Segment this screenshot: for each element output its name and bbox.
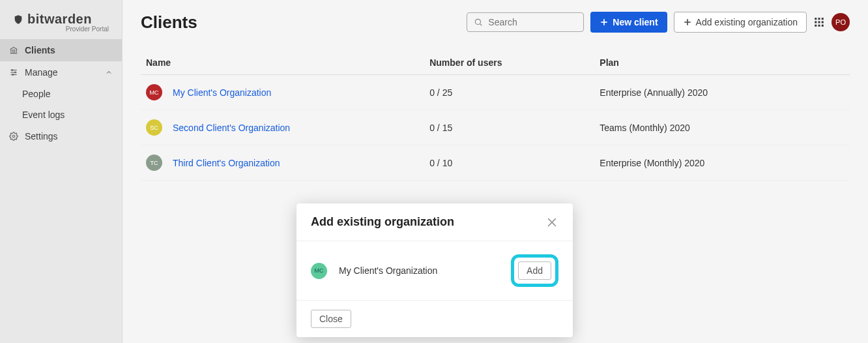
sidebar-item-label: Settings (25, 131, 58, 142)
add-existing-organization-button[interactable]: Add existing organization (674, 12, 807, 33)
sidebar-item-manage[interactable]: Manage (0, 61, 122, 83)
user-avatar[interactable]: PO (832, 13, 850, 31)
button-label: Add existing organization (696, 17, 798, 27)
table-row: SCSecond Client's Organization0 / 15Team… (141, 110, 850, 145)
sidebar-item-label: Event logs (22, 110, 65, 120)
search-input[interactable] (483, 17, 577, 27)
sidebar-item-people[interactable]: People (0, 83, 122, 104)
column-header-users: Number of users (424, 51, 594, 75)
organization-avatar: SC (146, 119, 162, 136)
organization-link[interactable]: Second Client's Organization (173, 123, 290, 133)
users-cell: 0 / 10 (424, 145, 594, 181)
plan-cell: Teams (Monthly) 2020 (594, 110, 850, 145)
sidebar: bitwarden Provider Portal Clients Manage… (0, 0, 123, 343)
apps-grid-icon[interactable] (813, 16, 825, 28)
svg-rect-14 (818, 18, 820, 20)
sidebar-item-label: People (22, 89, 51, 99)
highlight-ring: Add (511, 254, 558, 287)
sidebar-item-event-logs[interactable]: Event logs (0, 104, 122, 125)
svg-rect-13 (815, 18, 817, 20)
svg-point-5 (12, 74, 14, 76)
users-cell: 0 / 25 (424, 75, 594, 110)
brand-block: bitwarden Provider Portal (0, 0, 122, 39)
close-button[interactable]: Close (311, 310, 351, 328)
plus-icon (600, 18, 609, 27)
sliders-icon (9, 68, 18, 77)
svg-rect-17 (818, 22, 820, 23)
svg-point-3 (12, 70, 13, 71)
svg-rect-19 (815, 25, 817, 27)
new-client-button[interactable]: New client (590, 12, 667, 33)
shield-icon (13, 14, 23, 25)
svg-rect-15 (822, 18, 824, 20)
organization-avatar: TC (146, 155, 162, 171)
sidebar-item-label: Clients (25, 45, 55, 55)
users-cell: 0 / 15 (424, 110, 594, 145)
add-button[interactable]: Add (518, 261, 551, 280)
svg-rect-16 (815, 22, 817, 23)
svg-rect-18 (822, 22, 824, 23)
gear-icon (9, 132, 18, 141)
plan-cell: Enterprise (Annually) 2020 (594, 75, 850, 110)
chevron-up-icon (105, 68, 113, 76)
close-icon[interactable] (545, 216, 558, 229)
sidebar-item-settings[interactable]: Settings (0, 125, 122, 147)
plan-cell: Enterprise (Monthly) 2020 (594, 145, 850, 181)
organization-avatar: MC (146, 84, 162, 100)
column-header-name: Name (141, 51, 424, 75)
svg-rect-20 (818, 25, 820, 27)
table-row: MCMy Client's Organization0 / 25Enterpri… (141, 75, 850, 110)
svg-point-6 (12, 135, 15, 138)
organization-link[interactable]: My Client's Organization (173, 87, 271, 98)
search-input-wrapper[interactable] (467, 12, 584, 32)
page-header: Clients New client Add existing organiza… (141, 12, 850, 33)
modal-organization-row: MC My Client's Organization Add (311, 254, 558, 287)
sidebar-item-label: Manage (25, 67, 58, 78)
search-icon (474, 18, 483, 27)
clients-table: Name Number of users Plan MCMy Client's … (141, 51, 850, 181)
svg-line-8 (480, 24, 482, 26)
bank-icon (9, 46, 18, 55)
svg-rect-21 (822, 25, 824, 27)
organization-link[interactable]: Third Client's Organization (173, 158, 280, 168)
table-row: TCThird Client's Organization0 / 10Enter… (141, 145, 850, 181)
button-label: New client (613, 17, 658, 27)
svg-point-7 (476, 19, 481, 24)
svg-point-4 (14, 72, 16, 73)
column-header-plan: Plan (594, 51, 850, 75)
add-existing-organization-modal: Add existing organization MC My Client's… (297, 203, 573, 337)
organization-name: My Client's Organization (339, 265, 499, 276)
plus-icon (683, 18, 692, 27)
modal-title: Add existing organization (311, 215, 454, 229)
organization-avatar: MC (311, 263, 327, 279)
brand-name: bitwarden (27, 12, 92, 27)
page-title: Clients (141, 12, 197, 33)
sidebar-item-clients[interactable]: Clients (0, 39, 122, 61)
